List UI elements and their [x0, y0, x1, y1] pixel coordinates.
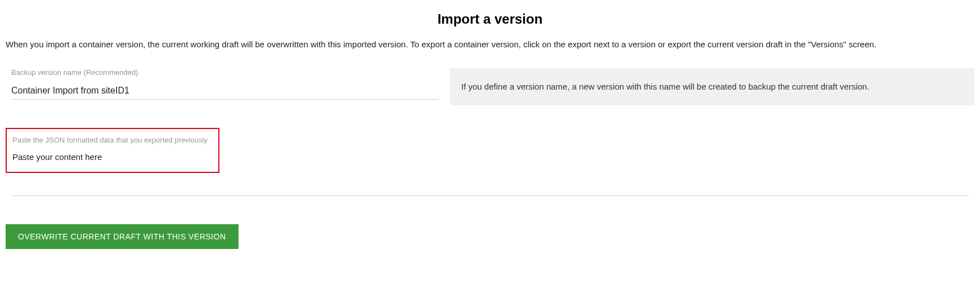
paste-json-input[interactable]: Paste your content here [12, 152, 213, 162]
overwrite-button[interactable]: OVERWRITE CURRENT DRAFT WITH THIS VERSIO… [6, 224, 239, 249]
paste-label: Paste the JSON formatted data that you e… [12, 136, 213, 144]
backup-field-container: Backup version name (Recommended) [6, 68, 439, 106]
backup-info-container: If you define a version name, a new vers… [450, 68, 974, 106]
backup-row: Backup version name (Recommended) If you… [6, 68, 974, 106]
backup-label: Backup version name (Recommended) [11, 68, 439, 77]
divider [11, 195, 969, 196]
page-title: Import a version [6, 11, 974, 27]
paste-json-container: Paste the JSON formatted data that you e… [6, 128, 219, 173]
page-description: When you import a container version, the… [6, 38, 974, 51]
backup-version-input[interactable] [11, 82, 439, 100]
backup-info-box: If you define a version name, a new vers… [450, 68, 974, 106]
